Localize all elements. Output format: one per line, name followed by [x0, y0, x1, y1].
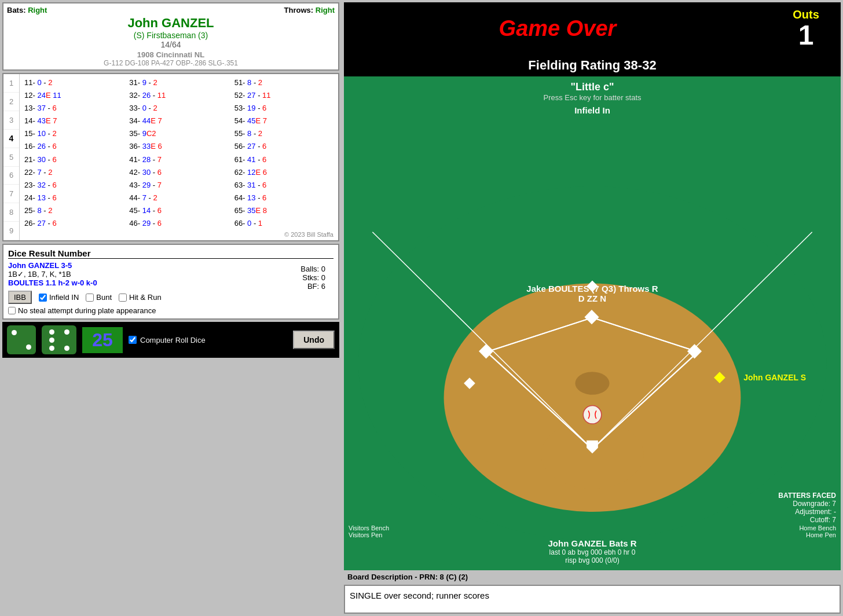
- dice-row: 45- 14 - 6: [129, 204, 229, 217]
- dice-row: 12- 24E 11: [24, 89, 124, 102]
- press-esc-text: Press Esc key for batter stats: [344, 93, 841, 102]
- dice-result-display: 25: [82, 327, 123, 353]
- outs-area: Outs 1: [771, 5, 841, 53]
- dice-row: 54- 45E 7: [234, 115, 335, 127]
- bunt-checkbox[interactable]: [86, 294, 94, 302]
- baseball-field: "Little c" Press Esc key for batter stat…: [344, 76, 841, 570]
- hit-run-checkbox-label[interactable]: Hit & Run: [119, 293, 162, 302]
- outs-value: 1: [798, 21, 814, 49]
- ganzel-field-label: John GANZEL S: [743, 373, 806, 382]
- game-over-text: Game Over: [499, 16, 617, 41]
- dice-row: 35- 9C2: [129, 127, 229, 140]
- infield-in-field-text: Infield In: [344, 105, 841, 115]
- dice-row: 62- 12E 6: [234, 166, 335, 179]
- throws-info: Throws: Right: [284, 6, 335, 14]
- controls-row: IBB Infield IN Bunt Hit & Run: [8, 291, 333, 304]
- dot: [64, 329, 69, 335]
- dice-row: 22- 7 - 2: [24, 166, 124, 179]
- row-labels: 1 2 3 4 5 6 7 8 9: [3, 74, 20, 240]
- player-card: Bats: Right Throws: Right John GANZEL (S…: [2, 2, 339, 71]
- player-card-header: Bats: Right Throws: Right: [7, 6, 335, 14]
- fielding-rating-bar: Fielding Rating 38-32: [344, 54, 841, 76]
- result-text-box: SINGLE over second; runner scores: [344, 585, 841, 614]
- player-stats: G-112 DG-108 PA-427 OBP-.286 SLG-.351: [7, 59, 335, 67]
- field-svg: [344, 76, 841, 570]
- dice-row: 61- 41 - 6: [234, 153, 335, 166]
- infield-in-checkbox-label[interactable]: Infield IN: [39, 293, 79, 302]
- dice-result-player: John GANZEL 3-5: [8, 261, 333, 270]
- dice-row: 36- 33E 6: [129, 140, 229, 153]
- dot: [64, 346, 69, 351]
- batters-faced-label: BATTERS FACED Downgrade: 7 Adjustment: -…: [778, 492, 836, 524]
- dot: [49, 329, 54, 335]
- dice-row: 44- 7 - 2: [129, 192, 229, 204]
- board-description: Board Description - PRN: 8 (C) (2): [344, 570, 841, 584]
- dice-result-pitcher: BOULTES 1.1 h-2 w-0 k-0: [8, 278, 333, 287]
- bunt-checkbox-label[interactable]: Bunt: [86, 293, 112, 302]
- dice-row: 41- 28 - 7: [129, 153, 229, 166]
- bottom-dice-row: 25 Computer Roll Dice Undo: [2, 322, 339, 358]
- dice-row: 55- 8 - 2: [234, 127, 335, 140]
- svg-point-10: [575, 372, 609, 394]
- dice-row: 65- 35E 8: [234, 204, 335, 217]
- dot: [26, 344, 31, 350]
- dice-result-title: Dice Result Number: [8, 248, 333, 259]
- dice-row: 26- 27 - 6: [24, 217, 124, 230]
- bats-info: Bats: Right: [7, 6, 47, 14]
- dice-row: 31- 9 - 2: [129, 76, 229, 89]
- pitcher-label: Jake BOULTES (7 Q3) Throws R D ZZ N: [526, 284, 658, 303]
- dice-row-highlighted: 25- 8 - 2: [24, 204, 124, 217]
- dice-row: 66- 0 - 1: [234, 217, 335, 230]
- dice-row: 14- 43E 7: [24, 115, 124, 127]
- player-team: 1908 Cincinnati NL: [7, 50, 335, 59]
- no-steal-row: No steal attempt during plate appearance: [8, 306, 333, 315]
- dice-row: 34- 44E 7: [129, 115, 229, 127]
- dice-row: 11- 0 - 2: [24, 76, 124, 89]
- field-header: "Little c" Press Esc key for batter stat…: [344, 81, 841, 115]
- game-header: Game Over Outs 1: [344, 2, 841, 54]
- player-position: (S) Firstbaseman (3): [7, 31, 335, 40]
- dice-row: 63- 31 - 6: [234, 179, 335, 192]
- dice-row: 32- 26 - 11: [129, 89, 229, 102]
- dot: [12, 330, 17, 335]
- die-face-2: [42, 325, 76, 354]
- dice-row: 52- 27 - 11: [234, 89, 335, 102]
- game-over-area: Game Over: [344, 16, 771, 41]
- fielding-rating-text: Fielding Rating 38-32: [528, 58, 656, 72]
- dice-row: 64- 13 - 6: [234, 192, 335, 204]
- dice-result-stats: Balls: 0 Stks: 0 BF: 6: [300, 265, 325, 291]
- player-name: John GANZEL: [7, 16, 335, 31]
- little-c-text: "Little c": [344, 81, 841, 93]
- dot: [49, 346, 54, 351]
- dice-row: 46- 29 - 6: [129, 217, 229, 230]
- hit-run-checkbox[interactable]: [119, 294, 127, 302]
- dice-table-inner: 11- 0 - 2 12- 24E 11 13- 37 - 6 14- 43E …: [22, 76, 337, 230]
- dice-row: 51- 8 - 2: [234, 76, 335, 89]
- infield-in-checkbox[interactable]: [39, 294, 47, 302]
- dice-row: 13- 37 - 6: [24, 102, 124, 115]
- computer-roll-label[interactable]: Computer Roll Dice: [129, 336, 206, 344]
- dice-row: 43- 29 - 7: [129, 179, 229, 192]
- undo-button[interactable]: Undo: [293, 331, 335, 349]
- dice-table: 1 2 3 4 5 6 7 8 9 11- 0 - 2 12- 24E 11 1…: [2, 73, 339, 241]
- dice-row: 21- 30 - 6: [24, 153, 124, 166]
- svg-point-15: [583, 406, 602, 424]
- player-fraction: 14/64: [7, 40, 335, 49]
- dice-row: 15- 10 - 2: [24, 127, 124, 140]
- visitors-bench-label: Visitors Bench Visitors Pen: [349, 525, 389, 538]
- dice-row: 42- 30 - 6: [129, 166, 229, 179]
- dice-row: 23- 32 - 6: [24, 179, 124, 192]
- dice-row: 56- 27 - 6: [234, 140, 335, 153]
- dice-row: 33- 0 - 2: [129, 102, 229, 115]
- computer-roll-checkbox[interactable]: [129, 336, 137, 344]
- batter-label: John GANZEL Bats R last 0 ab bvg 000 ebh…: [548, 538, 636, 564]
- dice-col-2: 31- 9 - 2 32- 26 - 11 33- 0 - 2 34- 44E …: [127, 76, 232, 230]
- home-bench-label: Home Bench Home Pen: [799, 525, 836, 538]
- die-face-1: [7, 325, 36, 354]
- no-steal-checkbox[interactable]: [8, 307, 16, 314]
- ibb-button[interactable]: IBB: [8, 291, 32, 304]
- copyright: © 2023 Bill Staffa: [5, 231, 333, 238]
- dice-row: 16- 26 - 6: [24, 140, 124, 153]
- dice-result-outcome: 1B✓, 1B, 7, K, *1B: [8, 270, 333, 278]
- dice-result-panel: Dice Result Number John GANZEL 3-5 1B✓, …: [2, 244, 339, 320]
